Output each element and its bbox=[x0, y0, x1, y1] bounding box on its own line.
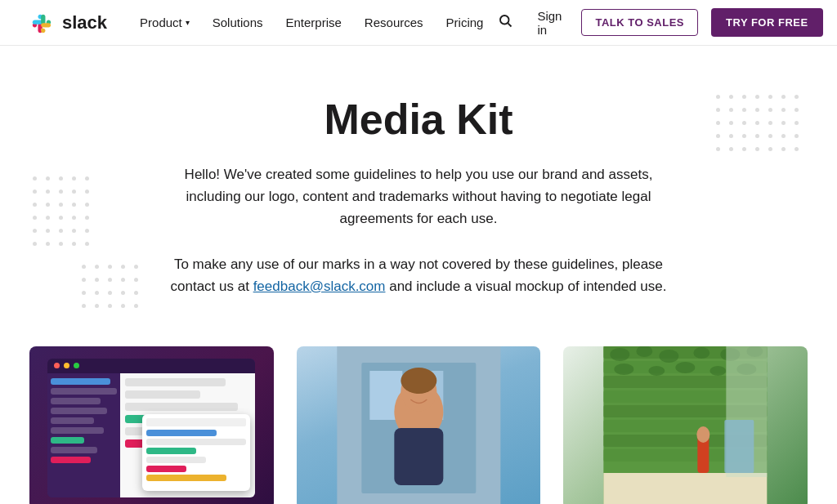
nav-item-product[interactable]: Product ▾ bbox=[130, 9, 199, 36]
window-titlebar bbox=[47, 359, 255, 373]
svg-point-27 bbox=[676, 362, 696, 373]
hero-section: Media Kit Hello! We've created some guid… bbox=[0, 46, 837, 330]
feedback-email-link[interactable]: feedback@slack.com bbox=[253, 279, 386, 294]
search-icon bbox=[498, 13, 512, 28]
svg-point-22 bbox=[694, 347, 710, 359]
nav-item-resources[interactable]: Resources bbox=[355, 9, 433, 36]
product-screenshot-mockup bbox=[29, 346, 274, 504]
search-button[interactable] bbox=[493, 8, 517, 37]
try-for-free-button[interactable]: TRY FOR FREE bbox=[711, 8, 823, 37]
slack-logo-icon bbox=[26, 8, 56, 38]
svg-rect-9 bbox=[394, 428, 443, 485]
dot-pattern-bottom-left bbox=[82, 265, 144, 314]
minimize-dot bbox=[64, 363, 69, 368]
person-figure bbox=[297, 346, 541, 504]
sign-in-link[interactable]: Sign in bbox=[530, 2, 568, 43]
talk-to-sales-button[interactable]: TALK TO SALES bbox=[581, 9, 698, 36]
nav-links: Product ▾ Solutions Enterprise Resources… bbox=[130, 9, 493, 36]
logo-text: slack bbox=[62, 12, 107, 33]
svg-point-28 bbox=[710, 366, 727, 376]
svg-rect-30 bbox=[604, 473, 768, 504]
nav-item-pricing[interactable]: Pricing bbox=[436, 9, 494, 36]
card-image-offices bbox=[563, 346, 808, 504]
office-photo-mockup bbox=[563, 346, 808, 504]
card-people-offices[interactable]: Our people and offices bbox=[563, 346, 808, 504]
svg-point-33 bbox=[697, 426, 710, 443]
nav-item-solutions[interactable]: Solutions bbox=[203, 9, 273, 36]
sidebar-mockup bbox=[47, 373, 120, 497]
card-leadership-photos[interactable]: Leadership photos bbox=[297, 346, 541, 504]
card-image-leadership bbox=[297, 346, 541, 504]
svg-point-21 bbox=[660, 350, 679, 363]
dot-pattern-top-left bbox=[33, 176, 95, 252]
card-product-screenshots[interactable]: Product screenshots bbox=[29, 346, 274, 504]
floating-chat-window bbox=[142, 414, 250, 491]
navbar: slack Product ▾ Solutions Enterprise Res… bbox=[0, 0, 837, 46]
svg-point-8 bbox=[401, 368, 436, 394]
svg-point-25 bbox=[615, 364, 634, 375]
svg-rect-34 bbox=[725, 420, 754, 473]
nav-actions: Sign in TALK TO SALES TRY FOR FREE bbox=[493, 2, 822, 43]
svg-point-19 bbox=[611, 348, 630, 361]
office-scene bbox=[563, 346, 808, 504]
card-image-product bbox=[29, 346, 274, 504]
cards-section: Product screenshots bbox=[0, 330, 837, 504]
svg-point-0 bbox=[500, 16, 509, 25]
svg-point-26 bbox=[649, 366, 665, 376]
expand-dot bbox=[74, 363, 79, 368]
chevron-down-icon: ▾ bbox=[186, 18, 190, 27]
nav-item-enterprise[interactable]: Enterprise bbox=[275, 9, 351, 36]
page-title: Media Kit bbox=[16, 95, 821, 144]
screenshot-window bbox=[47, 359, 255, 497]
svg-line-1 bbox=[508, 23, 512, 26]
logo[interactable]: slack bbox=[26, 8, 107, 38]
close-dot bbox=[54, 363, 60, 368]
hero-description1: Hello! We've created some guidelines to … bbox=[173, 163, 664, 230]
hero-description2: To make any use of our marks in a way no… bbox=[165, 253, 672, 297]
leadership-photo-mockup bbox=[297, 346, 541, 504]
